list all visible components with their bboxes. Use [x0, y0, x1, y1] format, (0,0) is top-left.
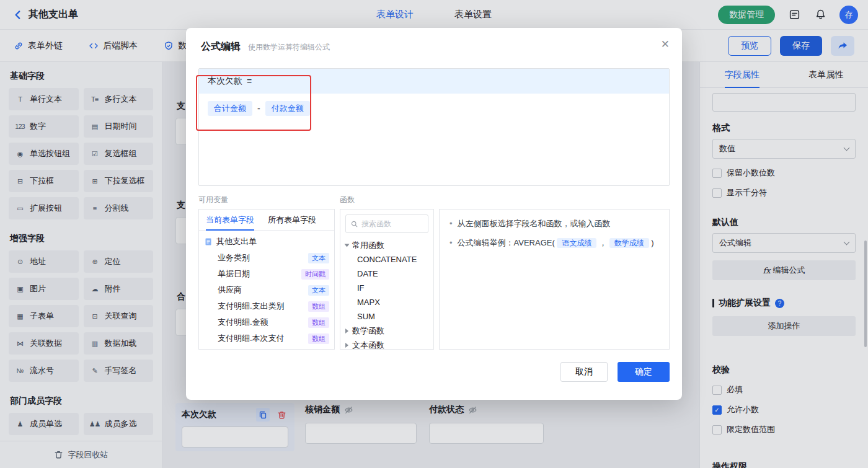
type-tag: 文本 [308, 285, 329, 296]
panel-labels: 可用变量 函数 [198, 195, 670, 205]
formula-field-chip[interactable]: 合计金额 [208, 101, 252, 116]
tree-root-label: 其他支出单 [216, 236, 257, 247]
bullet-dot: • [450, 217, 453, 231]
formula-edit-modal: 公式编辑 使用数学运算符编辑公式 ✕ 本次欠款 = 合计金额 - 付款金额 可用… [186, 28, 682, 400]
modal-footer: 取消 确定 [198, 362, 670, 382]
type-tag: 数组 [308, 333, 329, 344]
modal-subtitle: 使用数学运算符编辑公式 [248, 42, 330, 53]
function-item[interactable]: IF [345, 281, 428, 295]
chevron-down-icon [345, 244, 350, 247]
bullet-dot: • [450, 236, 453, 250]
function-item[interactable]: MAPX [345, 295, 428, 309]
function-search-input[interactable] [361, 219, 423, 228]
functions-tree: 常用函数 CONCATENATE DATE IF MAPX SUM 数学函数 文… [340, 238, 433, 349]
modal-title: 公式编辑 [201, 40, 241, 53]
function-search-box[interactable] [345, 214, 428, 233]
formula-editor[interactable]: 本次欠款 = 合计金额 - 付款金额 [198, 68, 670, 186]
chevron-right-icon [345, 329, 348, 333]
functions-panel: 常用函数 CONCATENATE DATE IF MAPX SUM 数学函数 文… [340, 209, 434, 350]
type-tag: 时间戳 [301, 269, 329, 280]
equals-sign: = [247, 76, 252, 86]
type-tag: 数组 [308, 301, 329, 312]
function-group-text[interactable]: 文本函数 [345, 338, 428, 349]
tab-all-form-fields[interactable]: 所有表单字段 [268, 210, 316, 230]
help-tip: • 从左侧面板选择字段名和函数，或输入函数 [450, 217, 659, 231]
tab-current-form-fields[interactable]: 当前表单字段 [206, 210, 254, 230]
confirm-button[interactable]: 确定 [618, 362, 670, 382]
search-icon [351, 220, 358, 228]
tree-root-item[interactable]: 其他支出单 [204, 234, 329, 250]
type-tag: 数组 [308, 317, 329, 328]
variable-item[interactable]: 支付明细.支出类别数组 [204, 298, 329, 314]
close-icon[interactable]: ✕ [661, 38, 670, 51]
modal-header: 公式编辑 使用数学运算符编辑公式 [186, 28, 682, 53]
variable-item[interactable]: 业务类别文本 [204, 250, 329, 266]
variable-item[interactable]: 单据日期时间戳 [204, 266, 329, 282]
cancel-button[interactable]: 取消 [560, 362, 608, 382]
formula-target: 本次欠款 [208, 76, 242, 87]
modal-panels: 当前表单字段 所有表单字段 其他支出单 业务类别文本 单据日期时间戳 供应商文本… [198, 209, 670, 350]
variable-item[interactable]: 供应商文本 [204, 282, 329, 298]
function-item[interactable]: SUM [345, 309, 428, 324]
type-tag: 文本 [308, 253, 329, 263]
help-panel: • 从左侧面板选择字段名和函数，或输入函数 • 公式编辑举例：AVERAGE( … [439, 209, 670, 350]
formula-field-chip[interactable]: 付款金额 [265, 101, 310, 116]
example-field-chip: 数学成绩 [609, 238, 649, 248]
operator-minus: - [257, 104, 260, 113]
variable-item[interactable]: 支付明细.金额数组 [204, 314, 329, 330]
form-doc-icon [204, 237, 213, 246]
function-item[interactable]: CONCATENATE [345, 252, 428, 267]
chevron-right-icon [345, 343, 348, 348]
variables-tree: 其他支出单 业务类别文本 单据日期时间戳 供应商文本 支付明细.支出类别数组 支… [199, 231, 334, 349]
function-item[interactable]: DATE [345, 267, 428, 281]
variables-panel: 当前表单字段 所有表单字段 其他支出单 业务类别文本 单据日期时间戳 供应商文本… [198, 209, 335, 350]
function-group-math[interactable]: 数学函数 [345, 324, 428, 338]
formula-expression: 合计金额 - 付款金额 [199, 94, 669, 123]
help-tip-example: • 公式编辑举例：AVERAGE( 语文成绩 ， 数学成绩 ) [450, 236, 659, 250]
example-field-chip: 语文成绩 [557, 238, 596, 248]
variables-tabs: 当前表单字段 所有表单字段 [199, 210, 334, 231]
variables-label: 可用变量 [198, 195, 340, 205]
functions-label: 函数 [340, 195, 355, 205]
formula-target-line: 本次欠款 = [199, 69, 669, 94]
function-group-common[interactable]: 常用函数 [345, 238, 428, 252]
variable-item[interactable]: 支付明细.本次支付数组 [204, 330, 329, 347]
